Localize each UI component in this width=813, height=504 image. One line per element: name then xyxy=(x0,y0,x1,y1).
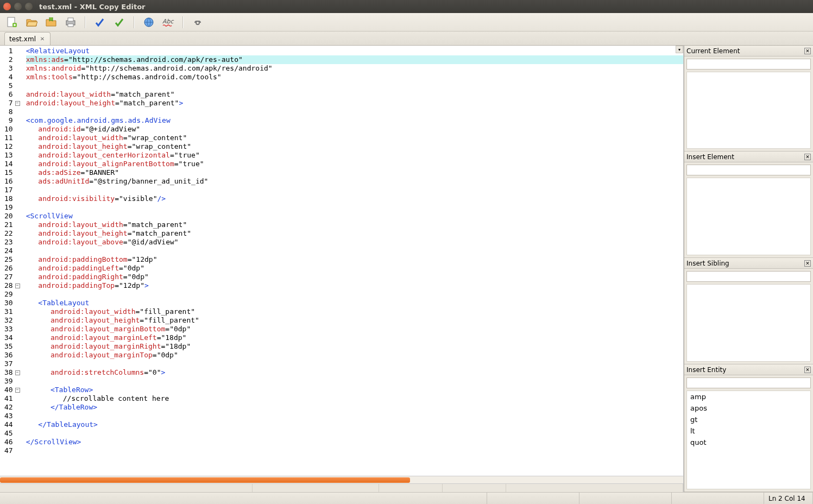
panel-close-icon[interactable]: ✕ xyxy=(804,260,811,267)
panel-close-icon[interactable]: ✕ xyxy=(804,48,811,54)
code-line[interactable]: xmlns:tools="http://schemas.android.com/… xyxy=(26,73,683,81)
insert-entity-input[interactable] xyxy=(686,377,811,388)
editor-horizontal-scrollbar[interactable] xyxy=(0,476,683,483)
code-line[interactable]: android:paddingBottom="12dp" xyxy=(26,255,683,264)
statusbar: Ln 2 Col 14 xyxy=(0,492,813,504)
panel-close-icon[interactable]: ✕ xyxy=(804,154,811,160)
code-line[interactable]: android:layout_height="match_parent"> xyxy=(26,99,683,108)
code-line[interactable] xyxy=(26,203,683,212)
code-line[interactable] xyxy=(26,290,683,299)
code-line[interactable]: android:layout_marginRight="18dp" xyxy=(26,342,683,351)
entity-item[interactable]: lt xyxy=(687,425,810,437)
code-line[interactable]: </ScrollView> xyxy=(26,438,683,446)
svg-rect-3 xyxy=(68,18,73,21)
tab-close-icon[interactable]: ✕ xyxy=(39,36,46,42)
panel-current-element: Current Element✕ xyxy=(684,46,813,152)
code-line[interactable]: android:layout_width="wrap_content" xyxy=(26,134,683,142)
code-line[interactable]: <com.google.android.gms.ads.AdView xyxy=(26,116,683,125)
code-line[interactable]: android:layout_centerHorizontal="true" xyxy=(26,151,683,160)
code-line[interactable] xyxy=(26,412,683,420)
code-line[interactable]: android:layout_marginLeft="18dp" xyxy=(26,333,683,342)
code-line[interactable]: xmlns:android="http://schemas.android.co… xyxy=(26,64,683,73)
save-icon[interactable] xyxy=(45,16,58,29)
globe-icon[interactable] xyxy=(142,16,155,29)
code-line[interactable]: android:layout_marginBottom="0dp" xyxy=(26,325,683,333)
tab-overflow-button[interactable]: ▾ xyxy=(676,46,683,53)
entity-item[interactable]: apos xyxy=(687,402,810,414)
code-line[interactable]: android:paddingLeft="0dp" xyxy=(26,264,683,273)
panel-body xyxy=(686,178,811,255)
code-line[interactable]: android:layout_above="@id/adView" xyxy=(26,238,683,247)
insert-sibling-input[interactable] xyxy=(686,271,811,282)
window-minimize-button[interactable] xyxy=(14,3,22,10)
panel-title: Insert Element xyxy=(686,153,734,161)
code-line[interactable]: ads:adUnitId="@string/banner_ad_unit_id" xyxy=(26,177,683,186)
toolbar-separator xyxy=(85,16,86,28)
code-line[interactable]: android:id="@+id/adView" xyxy=(26,125,683,134)
open-file-icon[interactable] xyxy=(25,16,38,29)
code-line[interactable]: ads:adSize="BANNER" xyxy=(26,168,683,177)
code-line[interactable]: android:paddingTop="12dp"> xyxy=(26,281,683,290)
code-line[interactable]: </TableLayout> xyxy=(26,420,683,429)
code-line[interactable]: android:layout_width="match_parent" xyxy=(26,220,683,229)
code-line[interactable] xyxy=(26,81,683,90)
code-line[interactable]: android:layout_width="match_parent" xyxy=(26,90,683,99)
fold-toggle-icon[interactable]: − xyxy=(15,101,20,106)
panel-title: Insert Entity xyxy=(686,366,726,374)
code-line[interactable]: android:visibility="visible"/> xyxy=(26,194,683,203)
code-line[interactable]: android:stretchColumns="0"> xyxy=(26,368,683,377)
code-line[interactable] xyxy=(26,429,683,438)
code-line[interactable]: </TableRow> xyxy=(26,403,683,412)
code-line[interactable]: android:layout_marginTop="0dp" xyxy=(26,351,683,360)
entity-item[interactable]: quot xyxy=(687,437,810,448)
code-line[interactable]: <TableRow> xyxy=(26,386,683,394)
window-close-button[interactable] xyxy=(3,3,11,10)
status-position: Ln 2 Col 14 xyxy=(764,493,813,504)
panel-body xyxy=(686,72,811,149)
code-line[interactable] xyxy=(26,108,683,116)
panel-insert-element: Insert Element✕ xyxy=(684,152,813,258)
fold-toggle-icon[interactable]: − xyxy=(15,388,20,393)
code-editor[interactable]: <RelativeLayoutxmlns:ads="http://schemas… xyxy=(23,46,683,476)
code-line[interactable]: //scrollable content here xyxy=(26,394,683,403)
code-line[interactable]: android:layout_height="fill_parent" xyxy=(26,316,683,325)
code-line[interactable] xyxy=(26,360,683,368)
code-line[interactable] xyxy=(26,247,683,255)
svg-rect-4 xyxy=(68,24,73,27)
fold-toggle-icon[interactable]: − xyxy=(15,284,20,288)
svg-text:Abc: Abc xyxy=(162,18,174,25)
code-line[interactable] xyxy=(26,377,683,386)
fold-toggle-icon[interactable]: − xyxy=(15,370,20,375)
print-icon[interactable] xyxy=(64,16,77,29)
link-icon[interactable] xyxy=(191,16,204,29)
entity-list: ampaposgtltquot xyxy=(686,390,811,489)
new-file-icon[interactable] xyxy=(5,16,18,29)
window-maximize-button[interactable] xyxy=(25,3,33,10)
entity-item[interactable]: gt xyxy=(687,414,810,425)
code-line[interactable]: android:layout_height="match_parent" xyxy=(26,229,683,238)
code-line[interactable]: android:layout_width="fill_parent" xyxy=(26,307,683,316)
code-line[interactable] xyxy=(26,446,683,455)
editor-area: ▾ 1234567−891011121314151617181920212223… xyxy=(0,46,684,492)
entity-item[interactable]: amp xyxy=(687,391,810,402)
panel-insert-sibling: Insert Sibling✕ xyxy=(684,258,813,364)
status-message xyxy=(0,493,487,504)
code-line[interactable]: android:layout_alignParentBottom="true" xyxy=(26,160,683,168)
current-element-input[interactable] xyxy=(686,59,811,70)
status-cell xyxy=(579,493,672,504)
code-line[interactable]: android:paddingRight="0dp" xyxy=(26,273,683,281)
check-green-icon[interactable] xyxy=(113,16,126,29)
insert-element-input[interactable] xyxy=(686,165,811,175)
code-line[interactable]: android:layout_height="wrap_content" xyxy=(26,142,683,151)
bottom-ruler xyxy=(0,483,683,492)
code-line[interactable]: xmlns:ads="http://schemas.android.com/ap… xyxy=(26,55,683,64)
code-line[interactable]: <TableLayout xyxy=(26,299,683,307)
spellcheck-icon[interactable]: Abc xyxy=(162,16,175,29)
code-line[interactable]: <ScrollView xyxy=(26,212,683,220)
line-number-gutter: 1234567−89101112131415161718192021222324… xyxy=(0,46,23,476)
code-line[interactable] xyxy=(26,186,683,194)
code-line[interactable]: <RelativeLayout xyxy=(26,47,683,55)
panel-close-icon[interactable]: ✕ xyxy=(804,367,811,373)
check-blue-icon[interactable] xyxy=(93,16,106,29)
tab-test-xml[interactable]: test.xml ✕ xyxy=(4,32,51,45)
